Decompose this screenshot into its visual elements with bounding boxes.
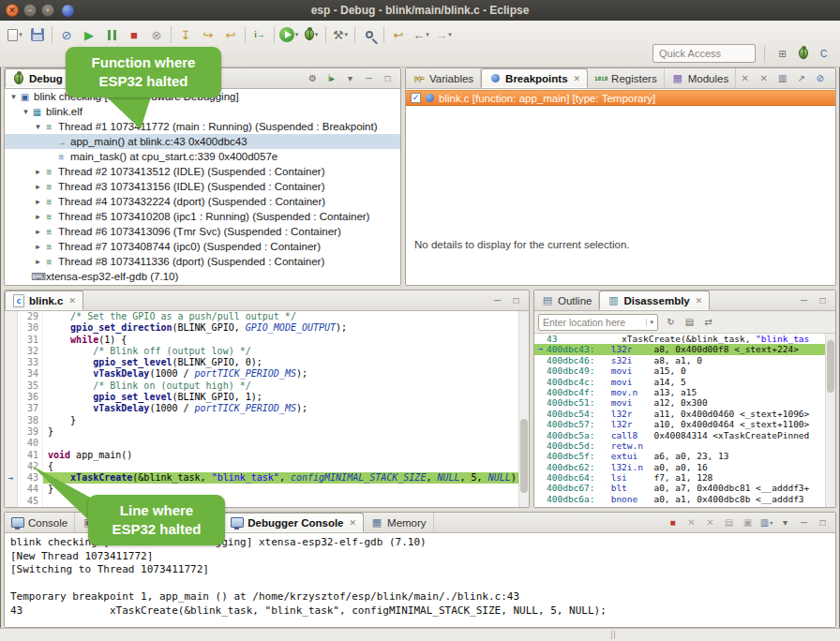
expand-right-icon[interactable]: ▸ — [33, 167, 43, 176]
tab-variables[interactable]: (x)= Variables — [406, 68, 481, 88]
line-number[interactable]: 30 — [18, 322, 43, 334]
tab-outline[interactable]: ▤ Outline — [534, 291, 599, 310]
clear-console-icon[interactable]: ▤ — [720, 514, 738, 530]
breakpoint-row[interactable]: ✓ blink.c [function: app_main] [type: Te… — [406, 90, 835, 106]
minimize-button[interactable]: ─ — [488, 292, 506, 308]
expand-down-icon[interactable]: ▾ — [21, 107, 31, 116]
annotation-gutter[interactable] — [5, 438, 18, 449]
skip-all-breakpoints-icon[interactable]: ⊘ — [811, 70, 829, 86]
quick-access[interactable]: Quick Access — [652, 44, 756, 63]
line-number[interactable]: 31 — [18, 335, 43, 346]
debug-tree-row[interactable]: ⌨xtensa-esp32-elf-gdb (7.10) — [5, 269, 400, 284]
line-number[interactable]: 40 — [18, 438, 43, 449]
expand-right-icon[interactable]: ▸ — [33, 197, 43, 206]
tab-registers[interactable]: 1010 Registers — [588, 68, 665, 88]
minimize-button[interactable]: ─ — [795, 514, 813, 530]
debug-button[interactable]: ▾ — [300, 24, 322, 45]
tab-breakpoints[interactable]: Breakpoints ✕ — [481, 68, 588, 88]
breakpoint-checkbox[interactable]: ✓ — [411, 93, 421, 103]
annotation-gutter[interactable] — [5, 392, 18, 403]
step-return-button[interactable]: ↩ — [219, 24, 242, 45]
location-input[interactable]: Enter location here ▾ — [538, 314, 658, 331]
code-area[interactable]: 29 /* Set the GPIO as a push/pull output… — [5, 311, 519, 507]
annotation-gutter[interactable] — [5, 450, 18, 461]
line-number[interactable]: 32 — [18, 346, 43, 357]
debug-tree-row[interactable]: ▸≡Thread #6 1073413096 (Tmr Svc) (Suspen… — [5, 224, 400, 239]
debug-perspective-button[interactable] — [794, 46, 812, 62]
line-number[interactable]: 34 — [18, 368, 43, 380]
disconnect-button[interactable]: ⊗ — [145, 24, 168, 45]
instruction-pointer-icon[interactable]: → — [5, 472, 18, 484]
view-settings-icon[interactable]: ⚙ — [304, 70, 322, 86]
tab-close-icon[interactable]: ✕ — [68, 296, 76, 306]
line-number[interactable]: 37 — [18, 403, 43, 414]
minimize-button[interactable]: ─ — [360, 70, 378, 86]
debug-tree-row[interactable]: ▸≡Thread #5 1073410208 (ipc1 : Running) … — [5, 209, 400, 224]
annotation-gutter[interactable] — [5, 368, 18, 380]
debug-tree[interactable]: ▾▣blink checking [GDB Hardware Debugging… — [5, 89, 400, 285]
window-minimize-button[interactable]: − — [23, 4, 37, 17]
skip-all-breakpoints-button[interactable]: ⊘ — [55, 24, 78, 45]
annotation-gutter[interactable] — [5, 311, 18, 322]
build-button[interactable]: ⚒▾ — [329, 24, 352, 45]
line-number[interactable]: 29 — [18, 311, 43, 322]
instruction-stepping-button[interactable]: i→ — [248, 24, 271, 45]
last-edit-location-button[interactable]: ↩ — [387, 24, 410, 45]
back-button[interactable]: ←▾ — [410, 24, 432, 45]
tab-close-icon[interactable]: ✕ — [350, 518, 357, 528]
tab-close-icon[interactable]: ✕ — [574, 74, 581, 83]
tab-console[interactable]: Console — [5, 513, 75, 532]
line-number[interactable]: 35 — [18, 380, 43, 392]
expand-right-icon[interactable]: ▸ — [33, 182, 43, 191]
console-output[interactable]: blink checking [GDB Hardware Debugging] … — [5, 533, 835, 627]
annotation-gutter[interactable] — [5, 461, 18, 472]
debug-tree-row[interactable]: ▸≡Thread #3 1073413156 (IDLE) (Suspended… — [5, 179, 400, 194]
maximize-button[interactable]: □ — [507, 292, 525, 308]
terminate-icon[interactable]: ■ — [664, 514, 682, 530]
tab-debugger-console[interactable]: Debugger Console ✕ — [223, 513, 364, 532]
display-console-icon[interactable]: ▥▾ — [758, 514, 775, 530]
step-over-button[interactable]: ↪ — [197, 24, 219, 45]
view-menu-icon[interactable]: ▾ — [341, 70, 359, 86]
forward-button[interactable]: →▾ — [432, 24, 455, 45]
line-number[interactable]: 39 — [18, 426, 43, 438]
annotation-gutter[interactable] — [5, 403, 18, 414]
annotation-gutter[interactable] — [5, 357, 18, 368]
pin-console-icon[interactable]: ▣ — [739, 514, 757, 530]
line-number[interactable]: 38 — [18, 415, 43, 426]
expand-right-icon[interactable]: ▸ — [33, 242, 43, 251]
maximize-button[interactable]: □ — [814, 292, 832, 308]
sync-context-icon[interactable]: ⇄ — [699, 314, 717, 330]
debug-tree-row[interactable]: ▸≡Thread #2 1073413512 (IDLE) (Suspended… — [5, 164, 400, 179]
debug-tree-row[interactable]: ▸≡Thread #7 1073408744 (ipc0) (Suspended… — [5, 239, 400, 254]
line-number[interactable]: 44 — [18, 484, 43, 495]
save-button[interactable] — [26, 24, 49, 45]
tab-close-icon[interactable]: ✕ — [696, 296, 703, 306]
expand-right-icon[interactable]: ▸ — [33, 227, 43, 236]
editor-content[interactable]: 29 /* Set the GPIO as a push/pull output… — [5, 311, 529, 507]
resume-button[interactable]: ▶ — [78, 24, 100, 45]
new-button[interactable]: ▾ — [4, 24, 26, 45]
debug-tree-row[interactable]: ▾▦blink.elf — [5, 104, 400, 119]
remove-all-breakpoints-icon[interactable]: ✕ — [755, 70, 772, 86]
expand-all-icon[interactable]: ⊞ — [830, 70, 836, 86]
disassembly-listing[interactable]: 43 xTaskCreate(&blink_task, "blink_tas→4… — [534, 334, 826, 507]
show-breakpoints-icon[interactable]: ▥ — [773, 70, 791, 86]
suspend-button[interactable] — [100, 24, 123, 45]
debug-tree-row[interactable]: →app_main() at blink.c:43 0x400dbc43 — [5, 134, 400, 149]
combo-dropdown-icon[interactable]: ▾ — [646, 319, 653, 326]
annotation-gutter[interactable] — [5, 322, 18, 334]
expand-right-icon[interactable]: ▸ — [33, 212, 43, 221]
instruction-step-mode-icon[interactable]: i▸ — [322, 70, 340, 86]
debug-tree-row[interactable]: ≡main_task() at cpu_start.c:339 0x400d05… — [5, 149, 400, 164]
view-menu-icon[interactable]: ▾ — [776, 514, 794, 530]
maximize-button[interactable]: □ — [814, 514, 832, 530]
run-button[interactable]: ▾ — [278, 24, 300, 45]
expand-right-icon[interactable]: ▸ — [33, 257, 43, 266]
step-into-button[interactable]: ↧ — [174, 24, 197, 45]
line-number[interactable]: 43 — [18, 472, 43, 484]
search-button[interactable] — [358, 24, 381, 45]
refresh-icon[interactable]: ↻ — [662, 314, 680, 330]
editor-scrollbar[interactable] — [518, 311, 529, 507]
annotation-gutter[interactable] — [5, 484, 18, 495]
